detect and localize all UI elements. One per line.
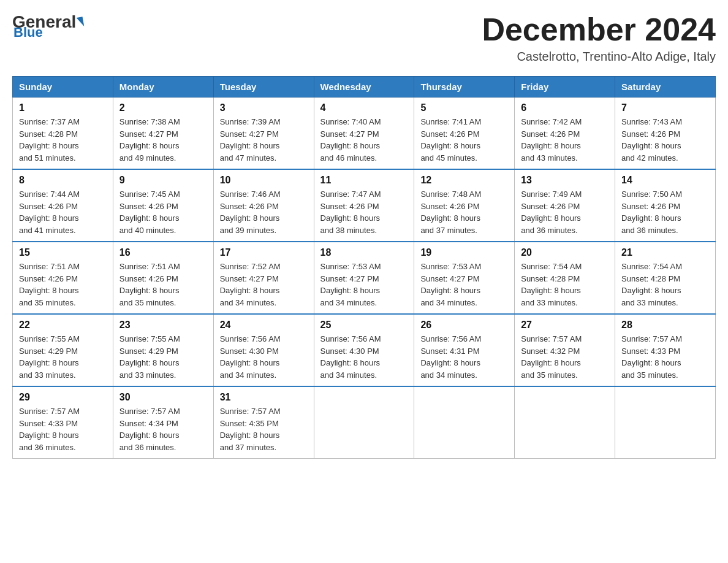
day-info: Sunrise: 7:46 AM Sunset: 4:26 PM Dayligh… — [220, 188, 308, 236]
day-info: Sunrise: 7:55 AM Sunset: 4:29 PM Dayligh… — [119, 333, 207, 381]
day-number: 26 — [420, 320, 508, 331]
calendar-header-row: SundayMondayTuesdayWednesdayThursdayFrid… — [13, 77, 716, 98]
day-info: Sunrise: 7:55 AM Sunset: 4:29 PM Dayligh… — [19, 333, 107, 381]
day-info: Sunrise: 7:54 AM Sunset: 4:28 PM Dayligh… — [621, 261, 709, 308]
calendar-day-cell: 23 Sunrise: 7:55 AM Sunset: 4:29 PM Dayl… — [113, 314, 213, 386]
day-info: Sunrise: 7:37 AM Sunset: 4:28 PM Dayligh… — [19, 116, 107, 164]
month-title: December 2024 — [482, 12, 716, 47]
day-info: Sunrise: 7:57 AM Sunset: 4:33 PM Dayligh… — [19, 405, 107, 453]
day-info: Sunrise: 7:57 AM Sunset: 4:34 PM Dayligh… — [119, 405, 207, 453]
logo-triangle-icon — [77, 17, 85, 27]
day-number: 6 — [521, 102, 609, 113]
day-info: Sunrise: 7:43 AM Sunset: 4:26 PM Dayligh… — [621, 116, 709, 164]
calendar-day-cell: 1 Sunrise: 7:37 AM Sunset: 4:28 PM Dayli… — [13, 98, 113, 170]
day-number: 3 — [220, 102, 308, 113]
day-number: 27 — [521, 320, 609, 331]
calendar-day-cell: 17 Sunrise: 7:52 AM Sunset: 4:27 PM Dayl… — [213, 242, 314, 314]
day-number: 23 — [119, 320, 207, 331]
calendar-week-row: 29 Sunrise: 7:57 AM Sunset: 4:33 PM Dayl… — [13, 386, 716, 459]
calendar-day-cell: 24 Sunrise: 7:56 AM Sunset: 4:30 PM Dayl… — [213, 314, 314, 386]
calendar-day-header: Friday — [515, 77, 615, 98]
calendar-day-cell: 19 Sunrise: 7:53 AM Sunset: 4:27 PM Dayl… — [414, 242, 515, 314]
day-info: Sunrise: 7:56 AM Sunset: 4:30 PM Dayligh… — [320, 333, 408, 381]
day-info: Sunrise: 7:51 AM Sunset: 4:26 PM Dayligh… — [19, 261, 107, 308]
day-info: Sunrise: 7:57 AM Sunset: 4:35 PM Dayligh… — [220, 405, 308, 453]
calendar-day-cell: 18 Sunrise: 7:53 AM Sunset: 4:27 PM Dayl… — [314, 242, 414, 314]
day-info: Sunrise: 7:51 AM Sunset: 4:26 PM Dayligh… — [119, 261, 207, 308]
calendar-day-cell: 20 Sunrise: 7:54 AM Sunset: 4:28 PM Dayl… — [515, 242, 615, 314]
day-info: Sunrise: 7:41 AM Sunset: 4:26 PM Dayligh… — [420, 116, 508, 164]
day-number: 5 — [420, 102, 508, 113]
day-info: Sunrise: 7:48 AM Sunset: 4:26 PM Dayligh… — [420, 188, 508, 236]
calendar-day-cell — [615, 386, 716, 459]
day-number: 22 — [19, 320, 107, 331]
day-info: Sunrise: 7:56 AM Sunset: 4:30 PM Dayligh… — [220, 333, 308, 381]
day-number: 21 — [621, 247, 709, 258]
day-number: 24 — [220, 320, 308, 331]
day-info: Sunrise: 7:57 AM Sunset: 4:32 PM Dayligh… — [521, 333, 609, 381]
calendar-day-cell: 8 Sunrise: 7:44 AM Sunset: 4:26 PM Dayli… — [13, 169, 113, 242]
day-info: Sunrise: 7:54 AM Sunset: 4:28 PM Dayligh… — [521, 261, 609, 308]
day-info: Sunrise: 7:49 AM Sunset: 4:26 PM Dayligh… — [521, 188, 609, 236]
calendar-table: SundayMondayTuesdayWednesdayThursdayFrid… — [12, 76, 716, 459]
day-number: 20 — [521, 247, 609, 258]
calendar-day-cell: 27 Sunrise: 7:57 AM Sunset: 4:32 PM Dayl… — [515, 314, 615, 386]
day-info: Sunrise: 7:45 AM Sunset: 4:26 PM Dayligh… — [119, 188, 207, 236]
calendar-day-cell: 12 Sunrise: 7:48 AM Sunset: 4:26 PM Dayl… — [414, 169, 515, 242]
day-number: 12 — [420, 175, 508, 186]
calendar-day-cell: 25 Sunrise: 7:56 AM Sunset: 4:30 PM Dayl… — [314, 314, 414, 386]
day-info: Sunrise: 7:57 AM Sunset: 4:33 PM Dayligh… — [621, 333, 709, 381]
day-info: Sunrise: 7:50 AM Sunset: 4:26 PM Dayligh… — [621, 188, 709, 236]
calendar-day-cell — [414, 386, 515, 459]
calendar-day-header: Saturday — [615, 77, 716, 98]
calendar-day-cell: 13 Sunrise: 7:49 AM Sunset: 4:26 PM Dayl… — [515, 169, 615, 242]
day-number: 18 — [320, 247, 408, 258]
day-number: 2 — [119, 102, 207, 113]
calendar-day-cell: 22 Sunrise: 7:55 AM Sunset: 4:29 PM Dayl… — [13, 314, 113, 386]
page-header: General Blue December 2024 Castelrotto, … — [12, 12, 716, 64]
calendar-day-cell: 7 Sunrise: 7:43 AM Sunset: 4:26 PM Dayli… — [615, 98, 716, 170]
calendar-day-cell: 15 Sunrise: 7:51 AM Sunset: 4:26 PM Dayl… — [13, 242, 113, 314]
day-number: 9 — [119, 175, 207, 186]
location-text: Castelrotto, Trentino-Alto Adige, Italy — [482, 50, 716, 64]
calendar-day-header: Monday — [113, 77, 213, 98]
day-number: 31 — [220, 392, 308, 403]
day-number: 14 — [621, 175, 709, 186]
calendar-day-header: Thursday — [414, 77, 515, 98]
calendar-day-cell: 16 Sunrise: 7:51 AM Sunset: 4:26 PM Dayl… — [113, 242, 213, 314]
calendar-week-row: 8 Sunrise: 7:44 AM Sunset: 4:26 PM Dayli… — [13, 169, 716, 242]
day-number: 30 — [119, 392, 207, 403]
day-number: 1 — [19, 102, 107, 113]
calendar-day-header: Sunday — [13, 77, 113, 98]
day-info: Sunrise: 7:44 AM Sunset: 4:26 PM Dayligh… — [19, 188, 107, 236]
calendar-day-cell: 30 Sunrise: 7:57 AM Sunset: 4:34 PM Dayl… — [113, 386, 213, 459]
calendar-day-cell: 6 Sunrise: 7:42 AM Sunset: 4:26 PM Dayli… — [515, 98, 615, 170]
day-info: Sunrise: 7:47 AM Sunset: 4:26 PM Dayligh… — [320, 188, 408, 236]
calendar-day-cell: 10 Sunrise: 7:46 AM Sunset: 4:26 PM Dayl… — [213, 169, 314, 242]
calendar-day-cell: 4 Sunrise: 7:40 AM Sunset: 4:27 PM Dayli… — [314, 98, 414, 170]
calendar-day-cell: 31 Sunrise: 7:57 AM Sunset: 4:35 PM Dayl… — [213, 386, 314, 459]
calendar-day-header: Tuesday — [213, 77, 314, 98]
day-number: 28 — [621, 320, 709, 331]
day-info: Sunrise: 7:40 AM Sunset: 4:27 PM Dayligh… — [320, 116, 408, 164]
calendar-day-cell: 21 Sunrise: 7:54 AM Sunset: 4:28 PM Dayl… — [615, 242, 716, 314]
calendar-day-header: Wednesday — [314, 77, 414, 98]
calendar-day-cell: 5 Sunrise: 7:41 AM Sunset: 4:26 PM Dayli… — [414, 98, 515, 170]
day-number: 11 — [320, 175, 408, 186]
day-info: Sunrise: 7:38 AM Sunset: 4:27 PM Dayligh… — [119, 116, 207, 164]
day-info: Sunrise: 7:42 AM Sunset: 4:26 PM Dayligh… — [521, 116, 609, 164]
day-number: 13 — [521, 175, 609, 186]
calendar-day-cell: 14 Sunrise: 7:50 AM Sunset: 4:26 PM Dayl… — [615, 169, 716, 242]
calendar-week-row: 22 Sunrise: 7:55 AM Sunset: 4:29 PM Dayl… — [13, 314, 716, 386]
calendar-week-row: 15 Sunrise: 7:51 AM Sunset: 4:26 PM Dayl… — [13, 242, 716, 314]
calendar-day-cell: 28 Sunrise: 7:57 AM Sunset: 4:33 PM Dayl… — [615, 314, 716, 386]
day-number: 8 — [19, 175, 107, 186]
day-info: Sunrise: 7:53 AM Sunset: 4:27 PM Dayligh… — [320, 261, 408, 308]
title-area: December 2024 Castelrotto, Trentino-Alto… — [482, 12, 716, 64]
calendar-day-cell — [314, 386, 414, 459]
day-info: Sunrise: 7:56 AM Sunset: 4:31 PM Dayligh… — [420, 333, 508, 381]
day-number: 4 — [320, 102, 408, 113]
calendar-day-cell: 2 Sunrise: 7:38 AM Sunset: 4:27 PM Dayli… — [113, 98, 213, 170]
day-number: 19 — [420, 247, 508, 258]
day-number: 29 — [19, 392, 107, 403]
